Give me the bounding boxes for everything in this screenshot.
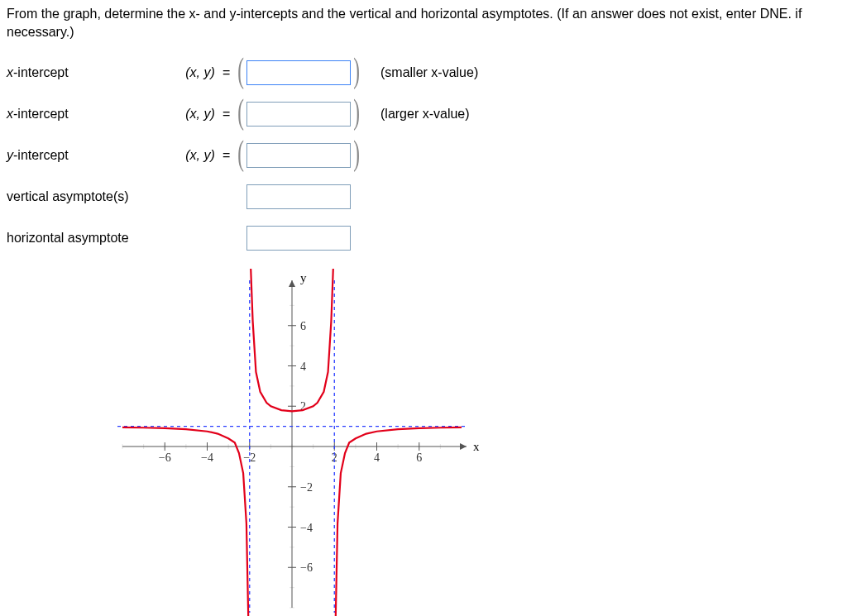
graph-svg: −6−4−2246−6−4−2246xy — [106, 269, 486, 616]
horizontal-asymptote-input[interactable] — [246, 226, 351, 251]
label: y-intercept — [7, 148, 172, 163]
x-intercept-smaller-input[interactable] — [246, 60, 351, 85]
svg-text:6: 6 — [416, 451, 422, 464]
svg-text:4: 4 — [300, 360, 306, 372]
equals: (x, y) = — [172, 148, 235, 163]
close-paren-icon: ) — [353, 145, 360, 162]
svg-text:−4: −4 — [201, 451, 213, 464]
svg-text:x: x — [473, 440, 480, 453]
instructions-span: From the graph, determine the x- and y-i… — [7, 7, 802, 39]
label: horizontal asymptote — [7, 231, 172, 246]
equals: (x, y) = — [172, 65, 235, 80]
label: x-intercept — [7, 65, 172, 80]
equals: (x, y) = — [172, 107, 235, 122]
note: (larger x-value) — [362, 107, 470, 122]
close-paren-icon: ) — [353, 103, 360, 121]
graph: −6−4−2246−6−4−2246xy — [106, 269, 840, 616]
row-x-intercept-smaller: x-intercept (x, y) = ( ) (smaller x-valu… — [7, 52, 840, 93]
svg-text:−2: −2 — [300, 481, 313, 494]
svg-text:−6: −6 — [300, 561, 313, 574]
note: (smaller x-value) — [362, 65, 478, 80]
close-paren-icon: ) — [353, 62, 360, 79]
svg-text:−4: −4 — [300, 521, 313, 533]
label: vertical asymptote(s) — [7, 189, 172, 204]
row-vertical-asymptote: vertical asymptote(s) ( — [7, 176, 840, 217]
open-paren-icon: ( — [237, 62, 244, 79]
row-y-intercept: y-intercept (x, y) = ( ) — [7, 135, 840, 176]
instructions-text: From the graph, determine the x- and y-i… — [7, 5, 840, 42]
row-horizontal-asymptote: horizontal asymptote ( — [7, 217, 840, 259]
y-intercept-input[interactable] — [246, 143, 351, 168]
x-intercept-larger-input[interactable] — [246, 102, 351, 127]
label: x-intercept — [7, 107, 172, 122]
open-paren-icon: ( — [237, 145, 244, 162]
row-x-intercept-larger: x-intercept (x, y) = ( ) (larger x-value… — [7, 93, 840, 135]
svg-text:6: 6 — [300, 320, 306, 332]
open-paren-icon: ( — [237, 103, 244, 121]
svg-text:y: y — [300, 271, 307, 284]
svg-text:−6: −6 — [159, 451, 171, 464]
svg-text:4: 4 — [374, 451, 380, 464]
vertical-asymptote-input[interactable] — [246, 184, 351, 209]
